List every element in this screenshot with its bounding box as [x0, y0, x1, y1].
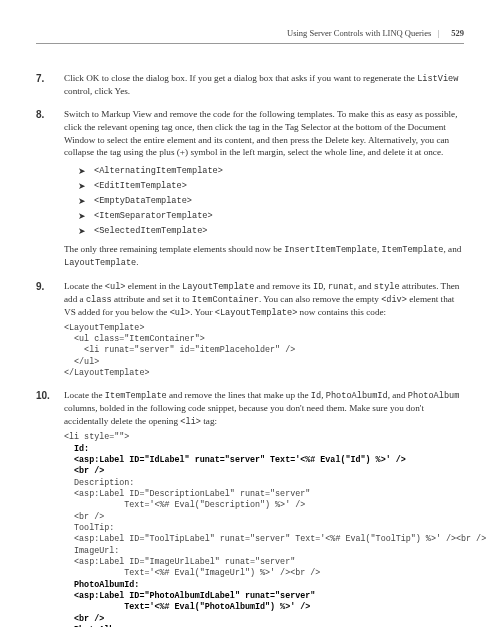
code-block: <LayoutTemplate> <ul class="ItemContaine…	[64, 323, 464, 380]
bullet-item: ➤<ItemSeparatorTemplate>	[78, 210, 464, 222]
bullet-arrow-icon: ➤	[78, 210, 86, 222]
step-body: Switch to Markup View and remove the cod…	[64, 108, 464, 160]
step-item: 10.Locate the ItemTemplate and remove th…	[36, 389, 464, 627]
page-header: Using Server Controls with LINQ Queries …	[36, 28, 464, 44]
step-body: Click OK to close the dialog box. If you…	[64, 72, 464, 98]
step-number: 10.	[36, 389, 50, 403]
code-block: <li style=""> Id: <asp:Label ID="IdLabel…	[64, 432, 464, 627]
step-after-text: The only three remaining template elemen…	[64, 243, 464, 269]
step-number: 8.	[36, 108, 44, 122]
page-number: 529	[451, 28, 464, 38]
bullet-arrow-icon: ➤	[78, 225, 86, 237]
step-body: Locate the ItemTemplate and remove the l…	[64, 389, 464, 428]
step-item: 9.Locate the <ul> element in the LayoutT…	[36, 280, 464, 380]
bullet-item: ➤<EditItemTemplate>	[78, 180, 464, 192]
bullet-item: ➤<SelectedItemTemplate>	[78, 225, 464, 237]
step-body: Locate the <ul> element in the LayoutTem…	[64, 280, 464, 319]
steps-list: 7.Click OK to close the dialog box. If y…	[36, 72, 464, 627]
step-item: 7.Click OK to close the dialog box. If y…	[36, 72, 464, 98]
step-number: 7.	[36, 72, 44, 86]
bullet-arrow-icon: ➤	[78, 195, 86, 207]
header-title: Using Server Controls with LINQ Queries	[287, 28, 431, 38]
bullet-arrow-icon: ➤	[78, 165, 86, 177]
bullet-arrow-icon: ➤	[78, 180, 86, 192]
bullet-item: ➤<EmptyDataTemplate>	[78, 195, 464, 207]
bullet-list: ➤<AlternatingItemTemplate>➤<EditItemTemp…	[64, 165, 464, 237]
bullet-item: ➤<AlternatingItemTemplate>	[78, 165, 464, 177]
header-sep: |	[437, 28, 439, 38]
step-item: 8.Switch to Markup View and remove the c…	[36, 108, 464, 270]
step-number: 9.	[36, 280, 44, 294]
